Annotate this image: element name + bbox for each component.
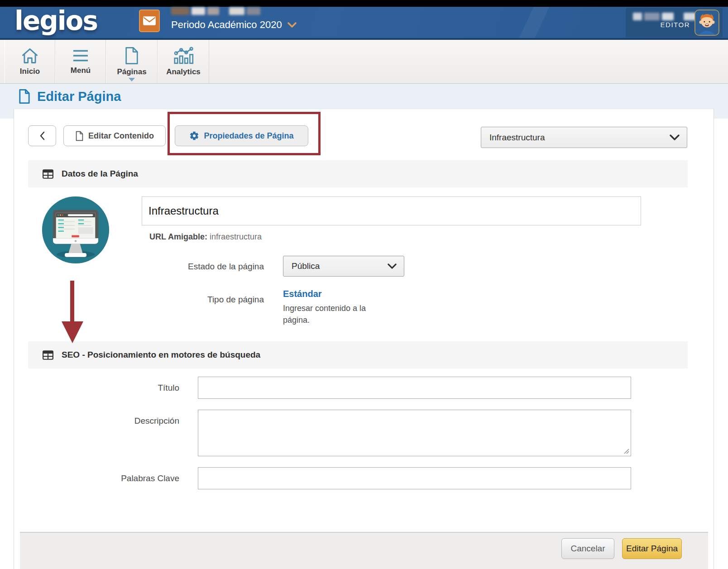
- page-dropdown[interactable]: Infraestructura: [481, 127, 687, 148]
- period-selector[interactable]: Periodo Académico 2020: [171, 19, 297, 31]
- page-title: Editar Página: [37, 89, 121, 104]
- nav-label: Páginas: [117, 67, 146, 77]
- seo-title-input[interactable]: [198, 377, 631, 399]
- page-type-link[interactable]: Estándar: [283, 289, 322, 299]
- period-selector-label: Periodo Académico 2020: [171, 19, 282, 31]
- seo-title-label: Título: [62, 383, 179, 393]
- seo-description-textarea[interactable]: [198, 410, 631, 456]
- table-icon: [43, 350, 53, 360]
- chevron-down-icon: [388, 263, 397, 269]
- analytics-icon: [172, 47, 194, 65]
- redacted-text: [171, 7, 260, 15]
- seo-description-label: Descripción: [62, 416, 179, 426]
- avatar[interactable]: [694, 10, 719, 36]
- nav-item-paginas[interactable]: Páginas: [106, 40, 158, 83]
- section-title: SEO - Posicionamiento en motores de búsq…: [62, 350, 260, 360]
- page-dropdown-value: Infraestructura: [481, 133, 670, 143]
- menu-icon: [72, 48, 90, 63]
- home-icon: [20, 47, 39, 64]
- type-label: Tipo de página: [154, 295, 264, 305]
- header-decoration: [444, 7, 625, 38]
- friendly-url-value: infraestructura: [210, 232, 262, 241]
- app-logo: legios: [14, 5, 97, 36]
- cancel-button[interactable]: Cancelar: [561, 538, 614, 559]
- gear-icon: [189, 131, 199, 141]
- seo-keywords-label: Palabras Clave: [62, 473, 179, 483]
- monitor-illustration: [41, 195, 110, 265]
- page-thumbnail: [41, 195, 110, 265]
- back-button[interactable]: [28, 125, 56, 146]
- mail-button[interactable]: [139, 10, 160, 32]
- submit-button[interactable]: Editar Página: [622, 538, 682, 559]
- window-top-edge: [0, 0, 728, 7]
- page-name-input[interactable]: [142, 196, 641, 225]
- status-dropdown[interactable]: Pública: [283, 256, 404, 277]
- nav-item-inicio[interactable]: Inicio: [5, 40, 55, 83]
- status-dropdown-value: Pública: [283, 261, 388, 271]
- nav-label: Menú: [71, 66, 91, 75]
- section-title: Datos de la Página: [62, 169, 138, 179]
- nav-label: Inicio: [20, 67, 40, 76]
- page-properties-label: Propiedades de Página: [204, 131, 293, 141]
- friendly-url-line: URL Amigable: infraestructura: [149, 232, 262, 242]
- page-title-row: Editar Página: [18, 89, 121, 104]
- seo-keywords-input[interactable]: [198, 467, 631, 489]
- avatar-illustration: [695, 10, 718, 35]
- page-icon: [18, 89, 31, 104]
- nav-label: Analytics: [166, 67, 201, 77]
- section-header-seo: SEO - Posicionamiento en motores de búsq…: [28, 341, 688, 368]
- table-icon: [43, 169, 53, 179]
- nav-item-analytics[interactable]: Analytics: [158, 40, 209, 83]
- section-header-datos: Datos de la Página: [28, 160, 688, 187]
- edit-content-button[interactable]: Editar Contenido: [63, 125, 166, 146]
- status-label: Estado de la página: [154, 262, 264, 272]
- nav-item-menu[interactable]: Menú: [55, 40, 106, 83]
- page-properties-button[interactable]: Propiedades de Página: [175, 125, 308, 146]
- chevron-left-icon: [39, 131, 45, 140]
- nav-dropdown-caret-icon: [129, 78, 135, 81]
- friendly-url-label: URL Amigable:: [149, 232, 207, 241]
- page-type-help: Ingresar contenido a la página.: [283, 302, 380, 326]
- pages-icon: [124, 47, 140, 65]
- chevron-down-icon: [670, 134, 680, 141]
- envelope-icon: [143, 15, 156, 26]
- user-role-badge: EDITOR: [626, 21, 690, 29]
- document-icon: [75, 131, 84, 141]
- edit-content-label: Editar Contenido: [88, 131, 154, 141]
- chevron-down-icon: [287, 22, 297, 28]
